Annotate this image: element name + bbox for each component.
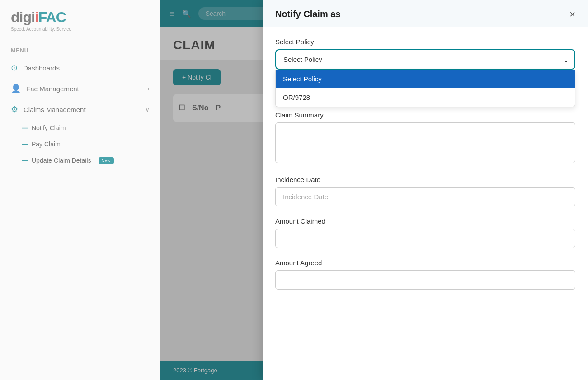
claim-summary-group: Claim Summary bbox=[275, 111, 575, 165]
select-policy-field[interactable]: Select Policy OR/9728 bbox=[275, 49, 575, 70]
claim-summary-textarea[interactable] bbox=[275, 122, 575, 163]
claims-management-arrow: ∨ bbox=[145, 106, 150, 113]
sidebar-subitem-update-claim[interactable]: — Update Claim Details New bbox=[0, 152, 160, 169]
amount-claimed-input[interactable] bbox=[275, 229, 575, 248]
menu-label: MENU bbox=[0, 39, 160, 57]
dropdown-option-select-policy[interactable]: Select Policy bbox=[276, 70, 575, 88]
sidebar-subitem-notify-claim[interactable]: — Notify Claim bbox=[0, 120, 160, 136]
amount-agreed-label: Amount Agreed bbox=[275, 259, 575, 267]
dashboards-icon: ⊙ bbox=[11, 63, 18, 73]
logo-area: digiiFAC Speed. Accountability. Service bbox=[0, 0, 160, 39]
select-policy-wrapper: Select Policy OR/9728 ⌄ Select Policy OR… bbox=[275, 49, 575, 70]
notify-claim-dash: — bbox=[22, 124, 28, 131]
claims-management-icon: ⚙ bbox=[11, 104, 18, 114]
select-policy-label: Select Policy bbox=[275, 38, 575, 46]
claim-summary-label: Claim Summary bbox=[275, 111, 575, 119]
notify-claim-modal: Notify Claim as × Select Policy Select P… bbox=[263, 0, 588, 380]
pay-claim-label: Pay Claim bbox=[32, 141, 61, 148]
sidebar-item-dashboards[interactable]: ⊙ Dashboards bbox=[0, 57, 160, 78]
sidebar-item-fac-label: Fac Management bbox=[26, 85, 79, 93]
app-logo: digiiFAC bbox=[11, 9, 150, 26]
update-claim-badge: New bbox=[99, 157, 114, 164]
fac-management-icon: 👤 bbox=[11, 84, 21, 94]
sidebar-item-claims-management[interactable]: ⚙ Claims Management ∨ bbox=[0, 99, 160, 120]
sidebar-item-dashboards-label: Dashboards bbox=[23, 64, 60, 72]
sidebar: digiiFAC Speed. Accountability. Service … bbox=[0, 0, 160, 380]
modal-body: Select Policy Select Policy OR/9728 ⌄ Se… bbox=[263, 27, 588, 380]
amount-claimed-group: Amount Claimed bbox=[275, 217, 575, 248]
incidence-date-label: Incidence Date bbox=[275, 176, 575, 183]
modal-close-button[interactable]: × bbox=[569, 9, 575, 19]
update-claim-label: Update Claim Details bbox=[32, 157, 91, 164]
sidebar-item-fac-management[interactable]: 👤 Fac Management › bbox=[0, 78, 160, 99]
update-claim-dash: — bbox=[22, 157, 28, 164]
modal-title: Notify Claim as bbox=[275, 9, 340, 19]
app-tagline: Speed. Accountability. Service bbox=[11, 27, 150, 32]
policy-dropdown-list: Select Policy OR/9728 bbox=[275, 70, 575, 107]
amount-agreed-group: Amount Agreed bbox=[275, 259, 575, 290]
incidence-date-input[interactable] bbox=[275, 187, 575, 206]
fac-management-arrow: › bbox=[147, 85, 150, 92]
sidebar-subitem-pay-claim[interactable]: — Pay Claim bbox=[0, 136, 160, 152]
dropdown-option-or9728[interactable]: OR/9728 bbox=[276, 88, 575, 107]
amount-claimed-label: Amount Claimed bbox=[275, 217, 575, 225]
amount-agreed-input[interactable] bbox=[275, 270, 575, 290]
select-policy-group: Select Policy Select Policy OR/9728 ⌄ Se… bbox=[275, 38, 575, 100]
pay-claim-dash: — bbox=[22, 141, 28, 148]
incidence-date-group: Incidence Date bbox=[275, 176, 575, 206]
sidebar-item-claims-label: Claims Management bbox=[24, 106, 86, 113]
notify-claim-label: Notify Claim bbox=[32, 124, 66, 131]
modal-header: Notify Claim as × bbox=[263, 0, 588, 27]
